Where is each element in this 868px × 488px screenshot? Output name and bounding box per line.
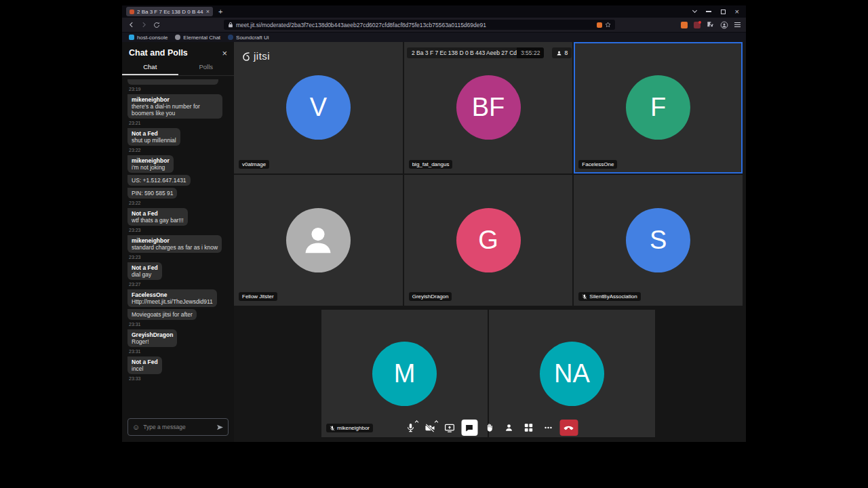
more-actions-button[interactable] <box>540 420 556 436</box>
extension-icon-orange[interactable] <box>681 22 688 28</box>
participant-tile-na[interactable]: NA <box>489 310 655 437</box>
profile-icon[interactable] <box>720 21 728 29</box>
tab-close-icon[interactable]: × <box>206 9 210 15</box>
participant-tile-v0atmage[interactable]: V v0atmage <box>234 42 403 174</box>
participant-name: GreyishDragon <box>412 293 449 300</box>
chat-message-text: there's a dial-in number for boomers lik… <box>132 103 218 117</box>
message-input[interactable] <box>143 424 213 430</box>
tab-polls[interactable]: Polls <box>178 61 235 75</box>
participants-icon <box>504 423 513 432</box>
jitsi-wordmark: jitsi <box>254 50 270 62</box>
close-window-button[interactable]: × <box>735 8 739 16</box>
participant-tile-mikeneighbor[interactable]: M mikeneighbor <box>321 310 488 437</box>
address-bar[interactable]: meet.jit.si/moderated/2ba3f7ec138d0b443a… <box>224 20 615 30</box>
hangup-icon <box>564 422 574 433</box>
chat-message-bubble: mikeneighbor standard charges as far as … <box>127 235 222 253</box>
bookmark-star-icon[interactable] <box>605 22 611 28</box>
browser-window: 2 Ba 3 F 7 Ec 138 D 0 B 443 A × + × <box>122 5 746 442</box>
extensions-puzzle-icon[interactable] <box>707 21 714 28</box>
chat-message-text: i'm not joking <box>132 164 170 171</box>
participant-name-label: Fellow Jitster <box>239 292 277 301</box>
meeting-subject: 2 Ba 3 F 7 Ec 138 D 0 B 443 Aeeb 27 Cd 6… <box>407 47 517 58</box>
chat-message-text: standard charges as far as i know <box>132 244 218 251</box>
camera-button[interactable] <box>422 420 438 436</box>
chat-message-group: Not a Fed incel 23:33 <box>127 357 229 381</box>
mic-button[interactable] <box>402 420 418 436</box>
more-icon <box>543 423 553 432</box>
chat-message-bubble: Moviegoats jitsi for after <box>127 309 197 320</box>
muted-mic-icon <box>582 294 587 300</box>
chat-message-text: shut up millennial <box>132 137 176 144</box>
hangup-button[interactable] <box>559 420 578 436</box>
participants-button[interactable] <box>500 420 517 436</box>
chat-message-partial <box>127 79 218 85</box>
participant-count-badge[interactable]: 8 <box>552 47 572 58</box>
chat-message-bubble: FacelessOne Http://meet.jit.si/TheJewsdi… <box>127 289 217 307</box>
chat-message-bubble: Not a Fed shut up millennial <box>127 128 180 146</box>
chat-message-group: mikeneighbor i'm not joking US: +1.512.6… <box>127 155 229 205</box>
bookmark-label: Elemental Chat <box>183 35 220 41</box>
screenshare-button[interactable] <box>441 420 458 436</box>
toolbar <box>402 420 578 436</box>
browser-tab[interactable]: 2 Ba 3 F 7 Ec 138 D 0 B 443 A × <box>126 7 213 16</box>
new-tab-button[interactable]: + <box>216 8 224 16</box>
list-tabs-icon[interactable] <box>692 8 697 13</box>
chat-toggle-button[interactable] <box>461 420 477 436</box>
chat-message-bubble: US: +1.512.647.1431 <box>127 175 191 186</box>
participant-tile-silentbyassociation[interactable]: S SilentByAssociation <box>574 175 743 306</box>
participant-tile-facelessone[interactable]: F FacelessOne <box>574 42 743 174</box>
extension-icon-red-badge[interactable] <box>694 22 701 28</box>
reload-icon <box>153 22 160 28</box>
chat-message-group: mikeneighbor there's a dial-in number fo… <box>127 94 229 125</box>
minimize-button[interactable] <box>706 11 711 12</box>
mic-options-chevron-icon[interactable] <box>414 420 418 424</box>
bookmark-item-host-console[interactable]: host-console <box>129 35 167 41</box>
avatar-initials: BF <box>472 93 505 122</box>
tab-chat[interactable]: Chat <box>122 61 178 75</box>
bookmark-label: host-console <box>137 35 167 41</box>
chat-close-icon[interactable]: × <box>222 49 227 58</box>
page-action-extension-icon[interactable] <box>597 22 602 28</box>
chat-sender-name: Not a Fed <box>132 264 158 271</box>
forward-icon <box>140 21 148 28</box>
bookmarks-bar: host-console Elemental Chat Soundcraft U… <box>122 32 746 42</box>
avatar: M <box>372 342 437 406</box>
chat-timestamp: 23:23 <box>129 228 229 232</box>
back-button[interactable] <box>127 21 135 28</box>
chat-message-group: mikeneighbor standard charges as far as … <box>127 235 229 260</box>
chat-sender-name: Not a Fed <box>132 130 176 137</box>
jitsi-watermark: jitsi <box>241 50 270 62</box>
raise-hand-button[interactable] <box>481 420 497 436</box>
forward-button[interactable] <box>140 21 148 28</box>
chat-message-text: dial gay <box>132 271 158 278</box>
avatar-initials: S <box>650 226 667 255</box>
chat-timestamp: 23:21 <box>129 121 229 125</box>
avatar-initials: V <box>310 93 327 122</box>
tab-favicon-icon <box>130 9 134 14</box>
chat-message-text: US: +1.512.647.1431 <box>132 177 186 184</box>
reload-button[interactable] <box>153 22 160 28</box>
chat-message-group: Not a Fed wtf thats a gay bar!!! 23:23 <box>127 208 229 232</box>
mic-icon <box>406 423 415 432</box>
maximize-button[interactable] <box>721 9 726 14</box>
emoji-icon[interactable]: ☺ <box>132 424 140 431</box>
hamburger-menu-button[interactable] <box>734 22 741 27</box>
participant-name-label: v0atmage <box>239 160 269 169</box>
chat-messages[interactable]: 23:19 mikeneighbor there's a dial-in num… <box>122 76 234 415</box>
send-button[interactable] <box>216 424 224 431</box>
participant-name: Fellow Jitster <box>242 293 274 300</box>
participant-count: 8 <box>564 49 568 56</box>
chat-input-box[interactable]: ☺ <box>127 418 229 436</box>
avatar: V <box>286 75 351 140</box>
participant-tile-fellow-jitster[interactable]: Fellow Jitster <box>234 175 403 306</box>
participant-name: v0atmage <box>242 161 266 167</box>
participant-name: SilentByAssociation <box>589 293 637 300</box>
participant-tile-greyishdragon[interactable]: G GreyishDragon <box>404 175 573 306</box>
bookmark-item-elemental-chat[interactable]: Elemental Chat <box>175 35 220 41</box>
participant-name: big_fat_dangus <box>412 161 450 167</box>
tile-view-button[interactable] <box>520 420 536 436</box>
camera-off-icon <box>425 423 435 433</box>
participant-tile-big-fat-dangus[interactable]: BF big_fat_dangus <box>404 42 573 174</box>
chat-panel: Chat and Polls × Chat Polls 23:19 mikene… <box>122 42 234 442</box>
bookmark-item-soundcraft-ui[interactable]: Soundcraft Ui <box>228 35 269 41</box>
